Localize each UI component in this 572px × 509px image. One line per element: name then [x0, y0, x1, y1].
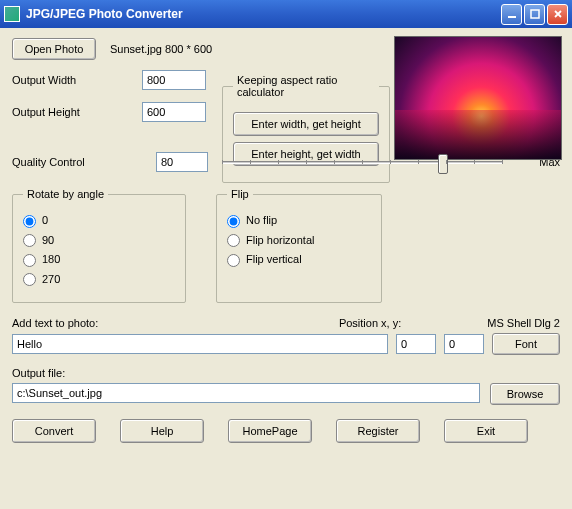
position-label: Position x, y:	[339, 317, 401, 329]
close-icon	[553, 9, 563, 19]
help-button[interactable]: Help	[120, 419, 204, 443]
exit-button[interactable]: Exit	[444, 419, 528, 443]
app-icon	[4, 6, 20, 22]
add-text-label: Add text to photo:	[12, 317, 98, 329]
rotate-270[interactable]: 270	[23, 273, 175, 287]
convert-button[interactable]: Convert	[12, 419, 96, 443]
font-button[interactable]: Font	[492, 333, 560, 355]
photo-preview	[394, 36, 562, 160]
output-file-input[interactable]	[12, 383, 480, 403]
open-photo-button[interactable]: Open Photo	[12, 38, 96, 60]
register-button[interactable]: Register	[336, 419, 420, 443]
quality-input[interactable]	[156, 152, 208, 172]
output-width-label: Output Width	[12, 74, 142, 86]
browse-button[interactable]: Browse	[490, 383, 560, 405]
rotate-group: Rotate by angle 0 90 180 270	[12, 188, 186, 303]
flip-horizontal[interactable]: Flip horizontal	[227, 234, 371, 248]
position-x-input[interactable]	[396, 334, 436, 354]
flip-group: Flip No flip Flip horizontal Flip vertic…	[216, 188, 382, 303]
homepage-button[interactable]: HomePage	[228, 419, 312, 443]
rotate-0[interactable]: 0	[23, 214, 175, 228]
svg-rect-0	[508, 16, 516, 18]
maximize-button[interactable]	[524, 4, 545, 25]
add-text-input[interactable]	[12, 334, 388, 354]
aspect-ratio-legend: Keeping aspect ratio calculator	[233, 74, 379, 98]
titlebar: JPG/JPEG Photo Converter	[0, 0, 572, 28]
rotate-180[interactable]: 180	[23, 253, 175, 267]
quality-label: Quality Control	[12, 156, 142, 168]
output-height-label: Output Height	[12, 106, 142, 118]
flip-none[interactable]: No flip	[227, 214, 371, 228]
window-title: JPG/JPEG Photo Converter	[26, 7, 501, 21]
flip-vertical[interactable]: Flip vertical	[227, 253, 371, 267]
close-button[interactable]	[547, 4, 568, 25]
filename-info: Sunset.jpg 800 * 600	[110, 43, 212, 55]
svg-rect-1	[531, 10, 539, 18]
rotate-legend: Rotate by angle	[23, 188, 108, 200]
font-info: MS Shell Dlg 2	[487, 317, 560, 329]
flip-legend: Flip	[227, 188, 253, 200]
maximize-icon	[530, 9, 540, 19]
output-width-input[interactable]	[142, 70, 206, 90]
rotate-90[interactable]: 90	[23, 234, 175, 248]
output-file-label: Output file:	[12, 367, 65, 379]
enter-width-button[interactable]: Enter width, get height	[233, 112, 379, 136]
minimize-icon	[507, 9, 517, 19]
minimize-button[interactable]	[501, 4, 522, 25]
position-y-input[interactable]	[444, 334, 484, 354]
output-height-input[interactable]	[142, 102, 206, 122]
